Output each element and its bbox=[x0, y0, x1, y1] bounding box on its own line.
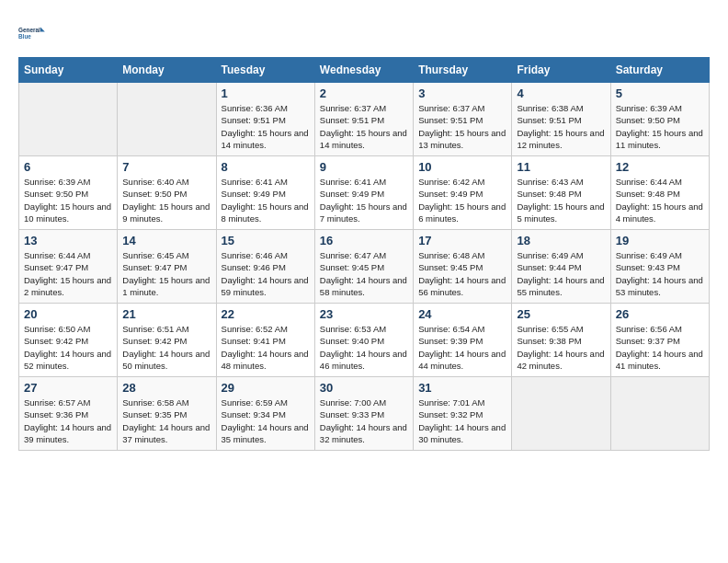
sunrise-label: Sunrise: 6:46 AM bbox=[222, 250, 288, 260]
sunset-label: Sunset: 9:41 PM bbox=[222, 336, 286, 346]
cell-info: Sunrise: 6:57 AM Sunset: 9:36 PM Dayligh… bbox=[24, 396, 112, 445]
sunrise-label: Sunrise: 6:56 AM bbox=[616, 324, 682, 334]
cell-info: Sunrise: 6:45 AM Sunset: 9:47 PM Dayligh… bbox=[122, 249, 210, 298]
sunset-label: Sunset: 9:49 PM bbox=[320, 189, 384, 199]
day-header-wednesday: Wednesday bbox=[314, 58, 413, 83]
cell-info: Sunrise: 6:44 AM Sunset: 9:48 PM Dayligh… bbox=[616, 176, 704, 224]
daylight-label: Daylight: 15 hours and 4 minutes. bbox=[616, 201, 703, 224]
cell-info: Sunrise: 6:36 AM Sunset: 9:51 PM Dayligh… bbox=[222, 102, 310, 151]
day-number: 2 bbox=[320, 86, 408, 100]
day-header-thursday: Thursday bbox=[414, 58, 512, 83]
calendar-week-row: 6 Sunrise: 6:39 AM Sunset: 9:50 PM Dayli… bbox=[19, 156, 710, 230]
sunset-label: Sunset: 9:42 PM bbox=[24, 336, 88, 346]
day-header-tuesday: Tuesday bbox=[216, 58, 314, 83]
day-number: 17 bbox=[418, 234, 506, 247]
day-number: 8 bbox=[222, 160, 310, 174]
sunrise-label: Sunrise: 6:49 AM bbox=[616, 250, 682, 260]
sunrise-label: Sunrise: 6:57 AM bbox=[24, 397, 90, 408]
sunrise-label: Sunrise: 6:44 AM bbox=[24, 250, 90, 260]
sunrise-label: Sunrise: 6:48 AM bbox=[418, 250, 484, 260]
daylight-label: Daylight: 14 hours and 41 minutes. bbox=[616, 349, 703, 371]
sunrise-label: Sunrise: 6:41 AM bbox=[320, 177, 386, 187]
calendar-header-row: SundayMondayTuesdayWednesdayThursdayFrid… bbox=[19, 58, 710, 83]
cell-info: Sunrise: 6:46 AM Sunset: 9:46 PM Dayligh… bbox=[222, 249, 310, 298]
day-number: 15 bbox=[222, 234, 310, 247]
day-number: 3 bbox=[418, 86, 506, 100]
daylight-label: Daylight: 15 hours and 5 minutes. bbox=[517, 201, 604, 224]
sunrise-label: Sunrise: 6:53 AM bbox=[320, 324, 386, 334]
day-number: 10 bbox=[418, 160, 506, 174]
sunset-label: Sunset: 9:51 PM bbox=[222, 115, 286, 125]
day-number: 14 bbox=[122, 234, 210, 247]
calendar-cell: 31 Sunrise: 7:01 AM Sunset: 9:32 PM Dayl… bbox=[414, 377, 512, 451]
day-number: 20 bbox=[24, 307, 112, 321]
sunset-label: Sunset: 9:40 PM bbox=[320, 336, 384, 346]
day-header-friday: Friday bbox=[512, 58, 610, 83]
sunrise-label: Sunrise: 6:36 AM bbox=[222, 103, 288, 113]
sunrise-label: Sunrise: 6:41 AM bbox=[222, 177, 288, 187]
cell-info: Sunrise: 7:00 AM Sunset: 9:33 PM Dayligh… bbox=[320, 396, 408, 445]
daylight-label: Daylight: 14 hours and 53 minutes. bbox=[616, 275, 703, 297]
daylight-label: Daylight: 14 hours and 52 minutes. bbox=[24, 349, 111, 371]
sunset-label: Sunset: 9:51 PM bbox=[418, 115, 483, 125]
day-number: 27 bbox=[24, 381, 112, 395]
day-number: 1 bbox=[222, 86, 310, 100]
sunrise-label: Sunrise: 6:47 AM bbox=[320, 250, 386, 260]
sunrise-label: Sunrise: 6:40 AM bbox=[122, 177, 188, 187]
svg-text:General: General bbox=[18, 27, 40, 33]
calendar-week-row: 13 Sunrise: 6:44 AM Sunset: 9:47 PM Dayl… bbox=[19, 230, 710, 304]
calendar-cell: 15 Sunrise: 6:46 AM Sunset: 9:46 PM Dayl… bbox=[216, 230, 314, 304]
cell-info: Sunrise: 6:50 AM Sunset: 9:42 PM Dayligh… bbox=[24, 323, 112, 372]
calendar-cell: 13 Sunrise: 6:44 AM Sunset: 9:47 PM Dayl… bbox=[19, 230, 118, 304]
daylight-label: Daylight: 14 hours and 42 minutes. bbox=[517, 349, 604, 371]
sunset-label: Sunset: 9:48 PM bbox=[517, 189, 581, 199]
cell-info: Sunrise: 6:47 AM Sunset: 9:45 PM Dayligh… bbox=[320, 249, 408, 298]
sunset-label: Sunset: 9:47 PM bbox=[122, 262, 187, 272]
daylight-label: Daylight: 14 hours and 32 minutes. bbox=[320, 422, 407, 444]
sunset-label: Sunset: 9:38 PM bbox=[517, 336, 581, 346]
day-number: 26 bbox=[616, 307, 704, 321]
daylight-label: Daylight: 14 hours and 55 minutes. bbox=[517, 275, 604, 297]
calendar-cell: 19 Sunrise: 6:49 AM Sunset: 9:43 PM Dayl… bbox=[610, 230, 709, 304]
cell-info: Sunrise: 6:39 AM Sunset: 9:50 PM Dayligh… bbox=[616, 102, 704, 151]
calendar-cell: 23 Sunrise: 6:53 AM Sunset: 9:40 PM Dayl… bbox=[314, 304, 413, 377]
calendar-cell: 3 Sunrise: 6:37 AM Sunset: 9:51 PM Dayli… bbox=[414, 83, 512, 156]
calendar-cell: 6 Sunrise: 6:39 AM Sunset: 9:50 PM Dayli… bbox=[19, 156, 118, 230]
cell-info: Sunrise: 6:54 AM Sunset: 9:39 PM Dayligh… bbox=[418, 323, 506, 372]
calendar-cell: 4 Sunrise: 6:38 AM Sunset: 9:51 PM Dayli… bbox=[512, 83, 610, 156]
day-number: 28 bbox=[122, 381, 210, 395]
logo-icon: GeneralBlue bbox=[18, 18, 48, 48]
cell-info: Sunrise: 6:44 AM Sunset: 9:47 PM Dayligh… bbox=[24, 249, 112, 298]
day-number: 9 bbox=[320, 160, 408, 174]
page-header: GeneralBlue bbox=[18, 18, 710, 48]
day-number: 4 bbox=[517, 86, 605, 100]
sunset-label: Sunset: 9:35 PM bbox=[122, 409, 187, 419]
sunset-label: Sunset: 9:46 PM bbox=[222, 262, 286, 272]
cell-info: Sunrise: 6:42 AM Sunset: 9:49 PM Dayligh… bbox=[418, 176, 506, 224]
day-number: 29 bbox=[222, 381, 310, 395]
day-number: 30 bbox=[320, 381, 408, 395]
daylight-label: Daylight: 14 hours and 39 minutes. bbox=[24, 422, 111, 444]
sunset-label: Sunset: 9:37 PM bbox=[616, 336, 680, 346]
day-number: 18 bbox=[517, 234, 605, 247]
day-number: 31 bbox=[418, 381, 506, 395]
sunset-label: Sunset: 9:49 PM bbox=[222, 189, 286, 199]
daylight-label: Daylight: 14 hours and 44 minutes. bbox=[418, 349, 506, 371]
cell-info: Sunrise: 6:55 AM Sunset: 9:38 PM Dayligh… bbox=[517, 323, 605, 372]
calendar-cell bbox=[512, 377, 610, 451]
sunrise-label: Sunrise: 6:49 AM bbox=[517, 250, 583, 260]
daylight-label: Daylight: 14 hours and 58 minutes. bbox=[320, 275, 407, 297]
calendar-week-row: 20 Sunrise: 6:50 AM Sunset: 9:42 PM Dayl… bbox=[19, 304, 710, 377]
calendar-cell: 12 Sunrise: 6:44 AM Sunset: 9:48 PM Dayl… bbox=[610, 156, 709, 230]
sunrise-label: Sunrise: 6:44 AM bbox=[616, 177, 682, 187]
sunset-label: Sunset: 9:45 PM bbox=[418, 262, 483, 272]
calendar-cell: 30 Sunrise: 7:00 AM Sunset: 9:33 PM Dayl… bbox=[314, 377, 413, 451]
cell-info: Sunrise: 6:38 AM Sunset: 9:51 PM Dayligh… bbox=[517, 102, 605, 151]
daylight-label: Daylight: 15 hours and 14 minutes. bbox=[222, 128, 309, 150]
sunset-label: Sunset: 9:42 PM bbox=[122, 336, 187, 346]
calendar-cell: 17 Sunrise: 6:48 AM Sunset: 9:45 PM Dayl… bbox=[414, 230, 512, 304]
calendar-table: SundayMondayTuesdayWednesdayThursdayFrid… bbox=[18, 57, 710, 451]
day-number: 5 bbox=[616, 86, 704, 100]
sunrise-label: Sunrise: 6:38 AM bbox=[517, 103, 583, 113]
cell-info: Sunrise: 6:41 AM Sunset: 9:49 PM Dayligh… bbox=[320, 176, 408, 224]
